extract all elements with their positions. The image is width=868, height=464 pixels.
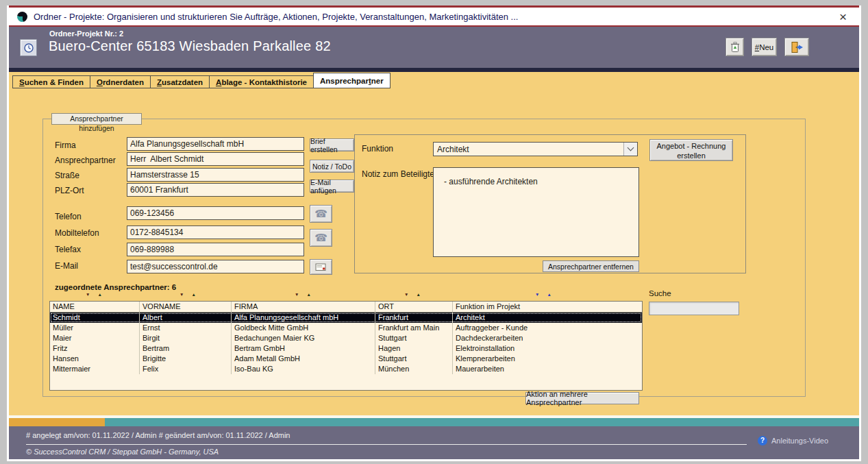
dropdown-button[interactable]: [623, 143, 637, 156]
table-row[interactable]: MaierBirgit Bedachungen Maier KGStuttgar…: [50, 333, 642, 343]
new-record-button[interactable]: #Neu: [752, 38, 777, 56]
telefon-input[interactable]: [127, 206, 304, 220]
delete-record-button[interactable]: [726, 38, 744, 56]
multi-contact-action-button[interactable]: Aktion an mehrere Ansprechpartner: [525, 392, 639, 404]
main-content: Suchen & Finden Ordnerdaten Zusatzdaten …: [9, 72, 859, 415]
chevron-down-icon: [628, 145, 634, 151]
send-email-button[interactable]: [310, 259, 332, 275]
clock-icon: [23, 42, 34, 53]
page-title: Buero-Center 65183 Wiesbaden Parkallee 8…: [49, 38, 331, 54]
trash-icon: [730, 41, 741, 53]
title-bar: Ordner - Projekte: Organisieren und stru…: [9, 5, 859, 27]
table-row[interactable]: MittermaierFelix Iso-Bau KGMünchen Mauer…: [50, 364, 642, 374]
telefon-label: Telefon: [55, 212, 82, 221]
notiz-todo-button[interactable]: Notiz / ToDo: [310, 160, 354, 173]
firma-input[interactable]: [127, 137, 304, 151]
header-buttons: #Neu: [726, 38, 809, 56]
table-row[interactable]: MüllerErnst Goldbeck Mitte GmbHFrankfurt…: [50, 323, 642, 333]
column-header-name: NAME: [50, 302, 140, 312]
sort-up-icon: ▲: [306, 292, 310, 297]
help-label: Anleitungs-Video: [771, 437, 828, 445]
mobiltelefon-label: Mobiltelefon: [55, 228, 99, 238]
sort-controls-firma[interactable]: ▼▲: [295, 292, 311, 297]
status-divider-line: [26, 444, 747, 445]
sort-controls-name[interactable]: ▼▲: [86, 292, 102, 297]
mobiltelefon-input[interactable]: [127, 225, 304, 239]
email-anfuegen-button[interactable]: E-Mail anfügen: [310, 180, 354, 193]
copyright-text: © SuccessControl CRM / Steppat GmbH - Ge…: [26, 448, 219, 456]
exit-door-icon: [790, 41, 804, 53]
sort-down-icon: ▼: [535, 292, 539, 297]
close-icon[interactable]: ×: [834, 10, 852, 23]
sort-down-icon: ▼: [295, 292, 299, 297]
progress-bar: [9, 418, 859, 426]
project-number-label: Ordner-Projekt Nr.: 2: [49, 29, 123, 38]
column-header-ort: ORT: [375, 302, 453, 312]
table-header-row: NAME VORNAME FIRMA ORT Funktion im Proje…: [50, 302, 642, 313]
sort-up-icon: ▲: [97, 292, 101, 297]
tab-zusatzdaten[interactable]: Zusatzdaten: [150, 75, 210, 88]
phone-icon: ☎: [314, 208, 327, 220]
telefax-label: Telefax: [55, 245, 81, 254]
column-header-vorname: VORNAME: [140, 302, 232, 312]
sort-controls-funktion[interactable]: ▼▲: [535, 292, 551, 297]
sort-up-icon: ▲: [191, 292, 195, 297]
email-input[interactable]: [127, 260, 304, 273]
funktion-select[interactable]: Architekt: [433, 142, 638, 156]
telefax-input[interactable]: [127, 243, 304, 256]
clock-button[interactable]: [20, 39, 37, 56]
close-form-button[interactable]: [784, 38, 809, 56]
contact-count-label: zugeordnete Ansprechpartner: 6: [55, 283, 176, 291]
ansprechpartner-label: Ansprechpartner: [55, 156, 116, 165]
tab-ordnerdaten[interactable]: Ordnerdaten: [90, 75, 151, 88]
table-row[interactable]: HansenBrigitte Adam Metall GmbHStuttgart…: [50, 354, 642, 364]
window-title: Ordner - Projekte: Organisieren und stru…: [34, 12, 518, 22]
email-label: E-Mail: [55, 261, 78, 271]
contact-detail-panel: Funktion Architekt Angebot - Rechnung er…: [354, 134, 746, 273]
progress-bar-orange: [9, 418, 105, 426]
sort-down-icon: ▼: [86, 292, 90, 297]
app-window: Ordner - Projekte: Organisieren und stru…: [7, 5, 861, 461]
help-icon: ?: [758, 436, 767, 445]
envelope-icon: [315, 263, 327, 271]
column-header-firma: FIRMA: [232, 302, 375, 312]
remove-contact-button[interactable]: Ansprechpartner entfernen: [543, 260, 639, 272]
progress-bar-teal: [105, 418, 859, 426]
dial-mobiltelefon-button[interactable]: ☎: [310, 229, 332, 247]
tab-suchen-finden[interactable]: Suchen & Finden: [12, 75, 90, 88]
sort-up-icon: ▲: [416, 292, 420, 297]
tab-ablage-kontakthistorie[interactable]: Ablage - Kontakthistorie: [209, 75, 314, 88]
funktion-value: Architekt: [434, 145, 623, 154]
search-label: Suche: [649, 289, 671, 297]
ansprechpartner-input[interactable]: [127, 152, 304, 166]
dial-telefon-button[interactable]: ☎: [310, 205, 332, 223]
phone-icon: ☎: [314, 232, 327, 244]
firma-label: Firma: [55, 141, 76, 150]
tab-ansprechpartner[interactable]: Ansprechpartner: [313, 73, 390, 88]
column-header-funktion: Funktion im Projekt: [453, 302, 642, 312]
brief-erstellen-button[interactable]: Brief erstellen: [310, 138, 354, 151]
plz-ort-input[interactable]: [127, 183, 304, 197]
strasse-input[interactable]: [127, 168, 304, 182]
sort-down-icon: ▼: [404, 292, 408, 297]
sort-up-icon: ▲: [547, 292, 551, 297]
sort-controls-vorname[interactable]: ▼▲: [179, 292, 196, 297]
participant-note-textarea[interactable]: - ausführende Architekten: [433, 167, 639, 257]
table-row[interactable]: SchmidtAlbert Alfa Planungsgesellschaft …: [50, 313, 642, 323]
search-input[interactable]: [649, 302, 739, 315]
sort-down-icon: ▼: [179, 292, 184, 297]
table-row[interactable]: FritzBertram Bertram GmbHHagen Elektroin…: [50, 343, 642, 354]
record-header: Ordner-Projekt Nr.: 2 Buero-Center 65183…: [9, 27, 859, 68]
record-audit-text: # angelegt am/von: 01.11.2022 / Admin # …: [26, 431, 290, 439]
notiz-beteiligten-label: Notiz zum Beteiligten: [362, 169, 439, 179]
strasse-label: Straße: [55, 171, 79, 180]
plz-ort-label: PLZ-Ort: [55, 186, 84, 195]
tab-strip: Suchen & Finden Ordnerdaten Zusatzdaten …: [12, 73, 390, 88]
funktion-label: Funktion: [362, 144, 393, 154]
status-bar: # angelegt am/von: 01.11.2022 / Admin # …: [9, 426, 859, 459]
sort-controls-ort[interactable]: ▼▲: [404, 292, 421, 297]
app-icon: [17, 12, 27, 22]
angebot-rechnung-button[interactable]: Angebot - Rechnung erstellen: [649, 139, 733, 161]
video-help-link[interactable]: ? Anleitungs-Video: [758, 436, 828, 445]
add-contact-button[interactable]: Ansprechpartner hinzufügen: [51, 113, 142, 125]
